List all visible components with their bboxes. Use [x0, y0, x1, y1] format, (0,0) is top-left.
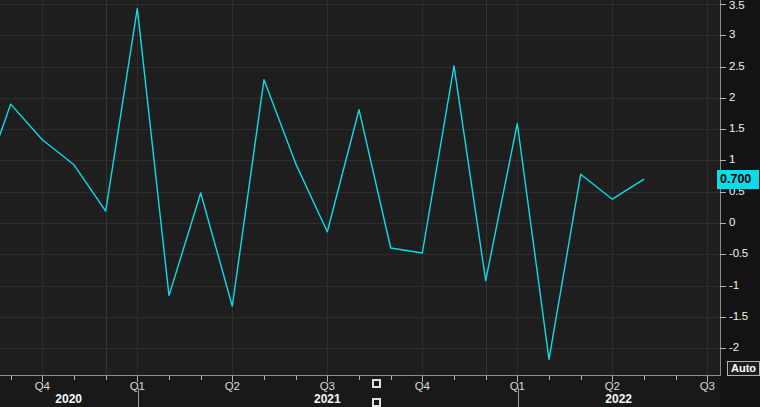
x-quarter-label: Q1 — [500, 380, 534, 392]
axis-drag-handle-top[interactable] — [372, 379, 381, 388]
chart-window: 3.532.521.510.50-0.5-1-1.5-2Q4Q1Q2Q3Q4Q1… — [0, 0, 760, 407]
x-quarter-label: Q3 — [310, 380, 344, 392]
y-tick-label: 3 — [729, 28, 735, 40]
x-quarter-label: Q4 — [405, 380, 439, 392]
x-quarter-label: Q2 — [215, 380, 249, 392]
x-quarter-label: Q3 — [690, 380, 724, 392]
x-quarter-label: Q4 — [25, 380, 59, 392]
y-tick-label: 2 — [729, 91, 735, 103]
auto-scale-button[interactable]: Auto — [727, 361, 760, 376]
last-value-badge: 0.700 — [717, 170, 759, 189]
line-chart-canvas[interactable] — [0, 0, 760, 407]
y-tick-label: 2.5 — [729, 60, 744, 72]
axis-drag-handle-bottom[interactable] — [372, 398, 381, 407]
y-tick-label: -1.5 — [729, 310, 748, 322]
x-quarter-label: Q2 — [595, 380, 629, 392]
y-tick-label: 1 — [729, 153, 735, 165]
year-label: 2020 — [47, 392, 91, 406]
x-quarter-label: Q1 — [120, 380, 154, 392]
year-label: 2021 — [305, 392, 349, 406]
y-tick-label: 3.5 — [729, 0, 744, 11]
y-tick-label: -2 — [729, 341, 739, 353]
y-tick-label: 0 — [729, 216, 735, 228]
y-tick-label: -0.5 — [729, 247, 748, 259]
year-label: 2022 — [597, 392, 641, 406]
y-tick-label: 1.5 — [729, 122, 744, 134]
y-tick-label: -1 — [729, 279, 739, 291]
